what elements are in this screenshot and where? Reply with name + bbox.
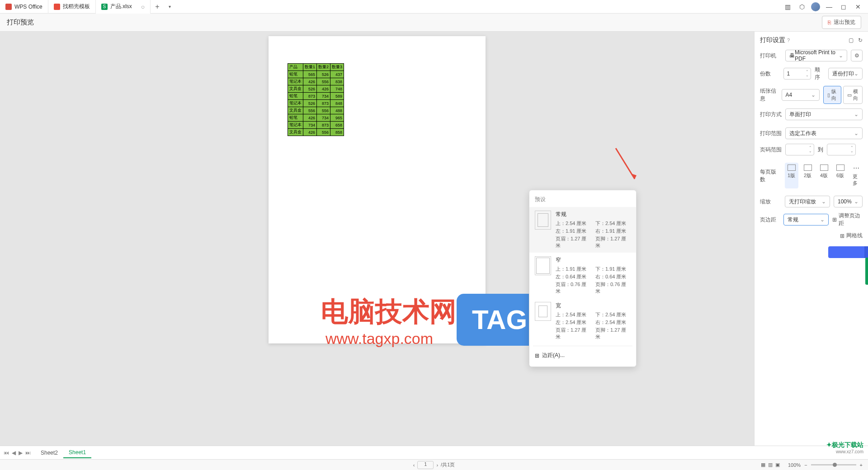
first-sheet-icon[interactable]: ⏮ [4,450,9,456]
portrait-button[interactable]: ▯ 纵向 [823,86,841,104]
pages-label: 页码范围 [760,146,782,154]
layouts-label: 每页版数 [760,168,781,183]
template-tab[interactable]: 找稻壳模板 [48,0,96,14]
page-title: 打印预览 [7,18,34,27]
help-icon[interactable]: ? [787,38,790,43]
file-tab[interactable]: S产品.xlsx○ [96,0,151,14]
margin-normal[interactable]: 常规上：2.54 厘米下：2.54 厘米左：1.91 厘米右：1.91 厘米页眉… [529,207,636,253]
sheet-tabs: ⏮ ◀ ▶ ⏭ Sheet2 Sheet1 [0,446,868,459]
prev-page-icon[interactable]: ‹ [413,462,415,468]
grid-button[interactable]: ⊞ 网格线 [840,232,863,240]
watermark: ✦极光下载站 www.xz7.com [826,441,863,454]
header: 打印预览 ⎘退出预览 [0,14,868,32]
maximize-button[interactable]: ◻ [838,1,849,12]
refresh-icon[interactable]: ↻ [858,37,863,43]
mode-select[interactable]: 单面打印 [785,108,863,120]
margin-select[interactable]: 常规 [783,214,829,226]
margin-thumb-icon [535,211,551,230]
data-table: 产品数量1数量2数量3 铅笔565526437 笔记本426556838 文具盒… [288,63,344,136]
overlay-url: www.tagxp.com [326,330,433,348]
preview-area: 产品数量1数量2数量3 铅笔565526437 笔记本426556838 文具盒… [0,32,754,446]
margin-wide[interactable]: 宽上：2.54 厘米下：2.54 厘米左：2.54 厘米右：2.54 厘米页眉：… [529,298,636,344]
next-sheet-icon[interactable]: ▶ [19,450,23,456]
panel-icon[interactable]: ▥ [782,1,793,12]
page-to-input[interactable] [827,144,856,155]
range-label: 打印范围 [760,130,782,137]
print-button[interactable] [828,246,864,258]
margin-narrow[interactable]: 窄上：1.91 厘米下：1.91 厘米左：0.64 厘米右：0.64 厘米页眉：… [529,253,636,298]
page-total: /共1页 [441,461,455,468]
margin-label: 页边距 [760,216,780,224]
scroll-handle[interactable] [865,258,868,285]
layout-more[interactable]: ⋯更多 [850,163,863,188]
zoom-value: 100% [788,462,801,468]
sheet-tab-1[interactable]: Sheet1 [63,447,91,458]
close-tab-icon[interactable]: ○ [141,3,145,10]
view-3-icon[interactable]: ▣ [775,462,780,468]
sheet-tab-2[interactable]: Sheet2 [35,448,63,458]
app-tab[interactable]: WPS Office [0,0,48,14]
prev-sheet-icon[interactable]: ◀ [12,450,16,456]
paper-select[interactable]: A4 [782,89,820,101]
paper-label: 纸张信息 [760,87,778,103]
cube-icon[interactable]: ⬡ [797,1,807,12]
zoom-out-icon[interactable]: − [804,462,807,468]
zoom-select[interactable]: 100% [834,196,863,207]
copies-label: 份数 [760,70,780,78]
view-1-icon[interactable]: ▦ [761,462,765,468]
print-settings-panel: 打印设置 ? ▢ ↻ 打印机 🖶 Microsoft Print to PDF … [754,32,868,446]
next-page-icon[interactable]: › [436,462,438,468]
printer-settings-button[interactable]: ⚙ [851,50,863,61]
adjust-margin-button[interactable]: ⊞ 调整页边距 [832,212,863,227]
layout-4[interactable]: 4版 [817,163,831,188]
margin-thumb-icon [535,302,551,321]
layout-2[interactable]: 2版 [801,163,815,188]
panel-title: 打印设置 [760,36,785,44]
page-input[interactable]: 1 [417,461,434,469]
layout-1[interactable]: 1版 [785,163,798,188]
margin-thumb-icon [535,256,551,275]
collapse-icon[interactable]: ▢ [849,37,854,43]
layout-6[interactable]: 6版 [834,163,847,188]
printer-select[interactable]: 🖶 Microsoft Print to PDF [785,50,847,61]
order-label: 顺序 [815,66,825,81]
margin-dropdown: 预设 常规上：2.54 厘米下：2.54 厘米左：1.91 厘米右：1.91 厘… [529,190,637,367]
margin-custom[interactable]: ⊞ 边距(A)... [529,348,636,363]
page-from-input[interactable] [785,144,814,155]
zoom-slider[interactable] [811,464,856,465]
landscape-button[interactable]: ▭ 横向 [843,86,863,104]
zoom-in-icon[interactable]: + [860,462,863,468]
view-2-icon[interactable]: ▥ [768,462,773,468]
overlay-text: 电脑技术网 [321,294,457,330]
copies-input[interactable]: 1 [783,68,811,80]
tab-menu-icon[interactable]: ▾ [164,4,175,9]
scale-select[interactable]: 无打印缩放 [785,196,830,207]
to-label: 到 [818,146,823,154]
dropdown-header: 预设 [529,194,636,207]
scale-label: 缩放 [760,198,781,206]
status-bar: ‹ 1 › /共1页 ▦ ▥ ▣ 100% − + [0,459,868,470]
order-select[interactable]: 逐份打印 [828,68,863,80]
exit-preview-button[interactable]: ⎘退出预览 [822,16,861,29]
printer-label: 打印机 [760,52,782,60]
titlebar: WPS Office 找稻壳模板 S产品.xlsx○ + ▾ ▥ ⬡ — ◻ ✕ [0,0,868,14]
avatar[interactable] [811,2,820,11]
add-tab-button[interactable]: + [151,3,164,11]
exit-icon: ⎘ [828,19,831,26]
last-sheet-icon[interactable]: ⏭ [25,450,31,456]
close-button[interactable]: ✕ [853,1,863,12]
mode-label: 打印方式 [760,111,782,118]
minimize-button[interactable]: — [824,1,835,12]
range-select[interactable]: 选定工作表 [785,127,863,139]
